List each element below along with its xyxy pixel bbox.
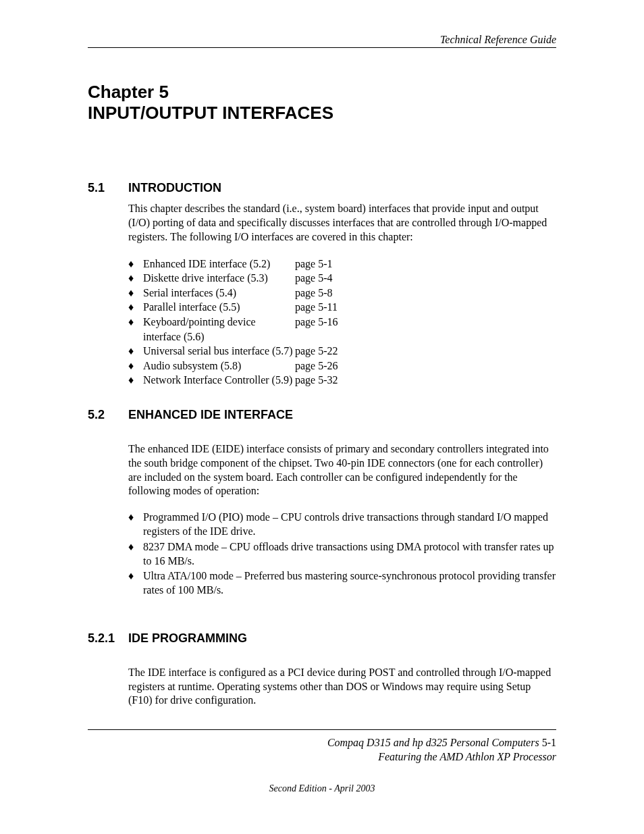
mode-text: Ultra ATA/100 mode – Preferred bus maste…: [143, 569, 556, 598]
bullet-icon: ♦: [128, 257, 143, 271]
toc-list: ♦ Enhanced IDE interface (5.2) page 5-1 …: [128, 257, 556, 388]
page-number: 5-1: [539, 737, 556, 748]
edition-note: Second Edition - April 2003: [0, 783, 644, 794]
section-number: 5.2.1: [88, 631, 128, 646]
running-header: Technical Reference Guide: [88, 34, 556, 48]
chapter-label: Chapter 5: [88, 82, 556, 103]
mode-list: ♦ Programmed I/O (PIO) mode – CPU contro…: [128, 511, 556, 598]
footer-subtitle: Featuring the AMD Athlon XP Processor: [88, 750, 556, 764]
ide-programming-paragraph: The IDE interface is configured as a PCI…: [128, 666, 556, 708]
eide-paragraph: The enhanced IDE (EIDE) interface consis…: [128, 442, 556, 498]
toc-page: page 5-8: [295, 286, 333, 301]
list-item: ♦ 8237 DMA mode – CPU offloads drive tra…: [128, 540, 556, 569]
list-item: ♦ Network Interface Controller (5.9) pag…: [128, 373, 556, 388]
toc-page: page 5-26: [295, 359, 338, 373]
section-title: ENHANCED IDE INTERFACE: [128, 408, 293, 422]
bullet-icon: ♦: [128, 286, 143, 301]
list-item: ♦ Diskette drive interface (5.3) page 5-…: [128, 271, 556, 286]
list-item: ♦ Programmed I/O (PIO) mode – CPU contro…: [128, 511, 556, 539]
bullet-icon: ♦: [128, 569, 143, 583]
toc-page: page 5-22: [295, 344, 338, 359]
toc-label: Enhanced IDE interface (5.2): [143, 257, 295, 271]
toc-label: Network Interface Controller (5.9): [143, 373, 295, 388]
toc-label: Audio subsystem (5.8): [143, 359, 295, 373]
intro-paragraph: This chapter describes the standard (i.e…: [128, 202, 556, 244]
bullet-icon: ♦: [128, 511, 143, 525]
chapter-heading: Chapter 5 INPUT/OUTPUT INTERFACES: [88, 82, 556, 124]
toc-label: Parallel interface (5.5): [143, 300, 295, 315]
list-item: ♦ Audio subsystem (5.8) page 5-26: [128, 359, 556, 373]
section-title: INTRODUCTION: [128, 181, 221, 195]
bullet-icon: ♦: [128, 344, 143, 359]
bullet-icon: ♦: [128, 359, 143, 373]
mode-text: Programmed I/O (PIO) mode – CPU controls…: [143, 511, 556, 539]
toc-page: page 5-4: [295, 271, 333, 286]
list-item: ♦ Keyboard/pointing device interface (5.…: [128, 315, 556, 344]
section-title: IDE PROGRAMMING: [128, 631, 247, 646]
list-item: ♦ Enhanced IDE interface (5.2) page 5-1: [128, 257, 556, 271]
toc-label: Keyboard/pointing device interface (5.6): [143, 315, 295, 344]
footer-product: Compaq D315 and hp d325 Personal Compute…: [327, 737, 539, 748]
section-heading-5-2-1: 5.2.1 IDE PROGRAMMING: [88, 631, 556, 646]
bullet-icon: ♦: [128, 271, 143, 286]
toc-page: page 5-16: [295, 315, 338, 330]
footer-rule: [88, 729, 556, 730]
list-item: ♦ Universal serial bus interface (5.7) p…: [128, 344, 556, 359]
list-item: ♦ Parallel interface (5.5) page 5-11: [128, 300, 556, 315]
bullet-icon: ♦: [128, 300, 143, 315]
page-footer: Compaq D315 and hp d325 Personal Compute…: [88, 736, 556, 764]
toc-page: page 5-1: [295, 257, 333, 271]
toc-label: Universal serial bus interface (5.7): [143, 344, 295, 359]
bullet-icon: ♦: [128, 540, 143, 554]
bullet-icon: ♦: [128, 373, 143, 388]
section-heading-5-1: 5.1 INTRODUCTION: [88, 181, 556, 195]
section-number: 5.1: [88, 181, 128, 195]
section-heading-5-2: 5.2 ENHANCED IDE INTERFACE: [88, 408, 556, 422]
list-item: ♦ Ultra ATA/100 mode – Preferred bus mas…: [128, 569, 556, 598]
chapter-title: INPUT/OUTPUT INTERFACES: [88, 103, 556, 124]
toc-label: Diskette drive interface (5.3): [143, 271, 295, 286]
list-item: ♦ Serial interfaces (5.4) page 5-8: [128, 286, 556, 301]
toc-label: Serial interfaces (5.4): [143, 286, 295, 301]
toc-page: page 5-11: [295, 300, 338, 315]
bullet-icon: ♦: [128, 315, 143, 330]
section-number: 5.2: [88, 408, 128, 422]
toc-page: page 5-32: [295, 373, 338, 388]
mode-text: 8237 DMA mode – CPU offloads drive trans…: [143, 540, 556, 569]
